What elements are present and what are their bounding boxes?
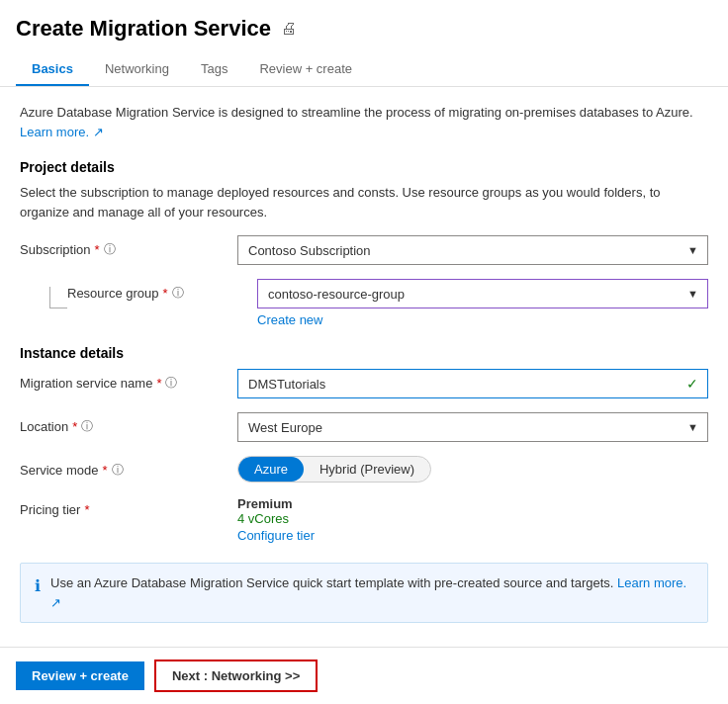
location-select-wrapper: West Europe ▼ (237, 412, 708, 442)
learn-more-link[interactable]: Learn more. ↗ (20, 125, 104, 139)
next-networking-button[interactable]: Next : Networking >> (154, 660, 318, 692)
migration-service-name-row: Migration service name * ⓘ ✓ (20, 369, 708, 398)
service-mode-azure-btn[interactable]: Azure (238, 457, 304, 482)
configure-tier-link[interactable]: Configure tier (237, 528, 708, 543)
migration-name-required: * (156, 376, 161, 391)
valid-check-icon: ✓ (686, 376, 698, 392)
project-details-desc: Select the subscription to manage deploy… (20, 183, 708, 221)
tab-networking[interactable]: Networking (89, 53, 185, 86)
page-title-row: Create Migration Service 🖨 (16, 16, 712, 42)
print-icon[interactable]: 🖨 (281, 20, 297, 38)
intro-text: Azure Database Migration Service is desi… (20, 103, 708, 141)
subscription-control: Contoso Subscription ▼ (237, 235, 708, 265)
service-mode-hybrid-btn[interactable]: Hybrid (Preview) (304, 457, 430, 482)
resource-group-row: Resource group * ⓘ contoso-resource-grou… (20, 279, 708, 327)
resource-group-info-icon[interactable]: ⓘ (172, 285, 184, 302)
migration-service-name-control: ✓ (237, 369, 708, 398)
review-create-button[interactable]: Review + create (16, 661, 144, 690)
pricing-tier-control: Premium 4 vCores Configure tier (237, 496, 708, 543)
pricing-tier-required: * (84, 502, 89, 517)
page-header: Create Migration Service 🖨 Basics Networ… (0, 0, 728, 87)
instance-details-title: Instance details (20, 345, 708, 361)
resource-group-label: Resource group * ⓘ (67, 279, 257, 302)
subscription-select-wrapper: Contoso Subscription ▼ (237, 235, 708, 265)
resource-group-required: * (163, 286, 168, 301)
info-banner-icon: ℹ (35, 574, 41, 598)
subscription-row: Subscription * ⓘ Contoso Subscription ▼ (20, 235, 708, 265)
service-mode-info-icon[interactable]: ⓘ (112, 462, 124, 479)
main-content: Azure Database Migration Service is desi… (0, 87, 728, 639)
subscription-info-icon[interactable]: ⓘ (104, 241, 116, 258)
service-mode-row: Service mode * ⓘ Azure Hybrid (Preview) (20, 456, 708, 483)
tab-tags[interactable]: Tags (185, 53, 243, 86)
pricing-tier-value: Premium (237, 496, 708, 511)
service-mode-required: * (102, 463, 107, 478)
info-banner-text: Use an Azure Database Migration Service … (50, 573, 693, 612)
subscription-required: * (95, 242, 100, 257)
location-select[interactable]: West Europe (237, 412, 708, 442)
service-mode-label: Service mode * ⓘ (20, 456, 237, 479)
service-mode-toggle: Azure Hybrid (Preview) (237, 456, 431, 483)
tab-basics[interactable]: Basics (16, 53, 89, 86)
pricing-tier-row: Pricing tier * Premium 4 vCores Configur… (20, 496, 708, 543)
resource-group-control: contoso-resource-group ▼ Create new (257, 279, 708, 327)
project-details-title: Project details (20, 159, 708, 175)
resource-group-select[interactable]: contoso-resource-group (257, 279, 708, 308)
subscription-label: Subscription * ⓘ (20, 235, 237, 258)
pricing-vcores: 4 vCores (237, 511, 708, 526)
tab-review-create[interactable]: Review + create (243, 53, 368, 86)
tabs-bar: Basics Networking Tags Review + create (16, 53, 712, 86)
pricing-info: Premium 4 vCores Configure tier (237, 496, 708, 543)
location-info-icon[interactable]: ⓘ (81, 418, 93, 435)
location-row: Location * ⓘ West Europe ▼ (20, 412, 708, 442)
resource-group-select-wrapper: contoso-resource-group ▼ (257, 279, 708, 308)
info-banner: ℹ Use an Azure Database Migration Servic… (20, 563, 708, 623)
pricing-tier-label: Pricing tier * (20, 496, 237, 517)
migration-service-name-input[interactable] (237, 369, 708, 398)
migration-name-input-wrapper: ✓ (237, 369, 708, 398)
location-required: * (72, 419, 77, 434)
location-control: West Europe ▼ (237, 412, 708, 442)
create-new-link[interactable]: Create new (257, 312, 322, 327)
service-mode-control: Azure Hybrid (Preview) (237, 456, 708, 483)
migration-service-name-label: Migration service name * ⓘ (20, 369, 237, 392)
subscription-select[interactable]: Contoso Subscription (237, 235, 708, 265)
footer: Review + create Next : Networking >> (0, 647, 728, 704)
migration-name-info-icon[interactable]: ⓘ (165, 375, 177, 392)
location-label: Location * ⓘ (20, 412, 237, 435)
page-title: Create Migration Service (16, 16, 271, 42)
